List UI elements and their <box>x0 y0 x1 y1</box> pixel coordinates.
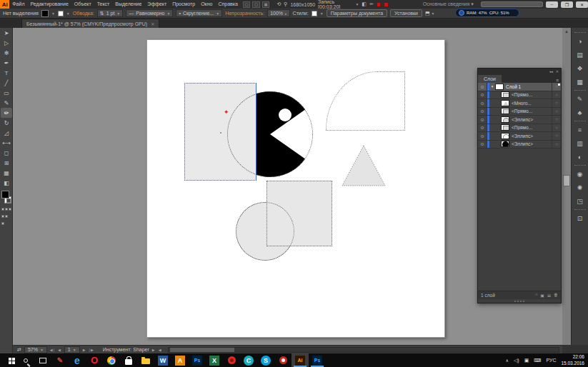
task-view-button[interactable] <box>34 353 51 367</box>
scroll-up-icon[interactable]: ▲ <box>562 28 571 35</box>
target-circle-icon[interactable]: ○ <box>552 141 561 149</box>
clock[interactable]: 22:06 15.03.2016 <box>561 354 584 366</box>
document-setup-button[interactable]: Параметры документа <box>327 9 387 17</box>
keyboard-icon[interactable]: ⌨ <box>534 358 541 363</box>
gradient-button[interactable] <box>5 208 8 211</box>
taskbar-app-photoshop[interactable]: Ps <box>189 353 206 367</box>
stock-button[interactable]: ▢ <box>252 1 260 8</box>
draw-behind-button[interactable] <box>5 215 8 218</box>
action-center-icon[interactable]: ▣ <box>524 358 529 363</box>
search-input[interactable] <box>481 1 543 7</box>
target-circle-icon[interactable]: ○ <box>552 116 561 124</box>
start-button[interactable] <box>0 353 17 367</box>
gradient-panel-icon[interactable]: ▥ <box>573 136 587 150</box>
taskbar-app-opera[interactable]: O <box>86 353 103 367</box>
document-tab[interactable]: Безымянный-1* @ 57% (CMYK/Предпросмотр G… <box>21 19 159 28</box>
recorder-zoom-icon[interactable]: ⚲ <box>284 1 287 7</box>
stroke-weight-stepper[interactable]: ⇅ 1 pt ▼ <box>97 9 124 17</box>
screen-mode-button[interactable] <box>1 222 4 225</box>
taskbar-app-edge[interactable]: e <box>69 353 86 367</box>
panel-resize-grip[interactable] <box>478 299 561 303</box>
layer-row[interactable]: ⊙ <Много... ○ <box>478 99 561 108</box>
bridge-button[interactable]: ▢ <box>243 1 251 8</box>
shape-builder-tool[interactable]: ⊞ <box>1 158 12 168</box>
taskbar-app-recorder[interactable] <box>223 353 240 367</box>
brushes-panel-icon[interactable]: ✎ <box>573 92 587 106</box>
layer-row[interactable]: ⊙ <Прямо... ○ <box>478 108 561 116</box>
arrange-documents-button[interactable]: ▦ <box>262 1 270 8</box>
layer-row[interactable]: ⊙ <Прямо... ○ <box>478 124 561 133</box>
visibility-eye-icon[interactable]: ⊙ <box>478 141 487 149</box>
layers-panel-icon[interactable]: ⊡ <box>573 211 587 225</box>
preferences-button[interactable]: Установки <box>390 9 422 17</box>
layer-name[interactable]: <Эллипс> <box>512 117 552 122</box>
menu-edit[interactable]: Редактирование <box>27 0 71 9</box>
taskbar-app-a[interactable]: A <box>171 353 189 367</box>
stroke-panel-icon[interactable]: ≡ <box>573 123 587 136</box>
selection-tool[interactable]: ➤ <box>1 28 12 38</box>
menu-help[interactable]: Справка <box>215 0 240 9</box>
scroll-left-icon[interactable]: ◀ <box>159 348 162 352</box>
brush-definition-select[interactable]: • Скругление... ▼ <box>176 9 222 17</box>
visibility-eye-icon[interactable]: ⊙ <box>478 108 487 116</box>
stepper-icon[interactable]: ⇅ <box>100 11 104 16</box>
style-swatch[interactable] <box>312 11 317 16</box>
previous-artboard-button[interactable]: ◀ <box>58 348 61 352</box>
styles-dropdown-icon[interactable]: ▼ <box>320 11 324 16</box>
horizontal-scrollbar-thumb[interactable] <box>170 348 234 352</box>
new-sublayer-icon[interactable]: ▣ <box>540 293 544 298</box>
layer-name[interactable]: Слой 1 <box>506 84 552 89</box>
visibility-eye-icon[interactable]: ⊙ <box>478 132 487 140</box>
direct-selection-tool[interactable]: ▷ <box>1 38 12 48</box>
taskbar-search-button[interactable] <box>17 353 34 367</box>
symbol-libraries-panel-icon[interactable]: ♣ <box>573 106 587 119</box>
visibility-eye-icon[interactable]: ⊙ <box>478 124 487 132</box>
rectangle-tool[interactable]: ▭ <box>1 88 12 98</box>
zoom-select[interactable]: 57% ▼ <box>24 346 47 353</box>
visibility-eye-icon[interactable]: ⊙ <box>478 83 487 91</box>
artboard-select[interactable]: 1 ▼ <box>64 346 80 353</box>
fill-dropdown-icon[interactable]: ▼ <box>51 11 55 16</box>
shaper-tool[interactable]: ✏ <box>1 108 12 118</box>
draw-normal-button[interactable] <box>1 215 4 218</box>
make-mask-icon[interactable]: ⌾ <box>535 293 538 298</box>
paintbrush-tool[interactable]: ✎ <box>1 98 12 108</box>
visibility-eye-icon[interactable]: ⊙ <box>478 91 487 99</box>
layer-row[interactable]: ⊙ <Эллипс> ○ <box>478 141 561 149</box>
options-extra-icon[interactable]: ⬒ ▼ <box>425 11 435 16</box>
stroke-dropdown-icon[interactable]: ▼ <box>66 11 70 16</box>
opacity-link[interactable]: Непрозрачность: <box>225 11 264 16</box>
menu-type[interactable]: Текст <box>94 0 113 9</box>
layer-name[interactable]: <Прямо... <box>512 125 552 130</box>
gradient-tool[interactable]: ◧ <box>1 178 12 188</box>
vertical-scrollbar[interactable]: ▲ <box>562 28 571 345</box>
recorder-dropdown-icon[interactable]: ▼ <box>356 2 359 6</box>
opacity-select[interactable]: 100% ▸ <box>267 9 289 17</box>
recorder-refresh-icon[interactable]: ⟲ <box>276 1 281 7</box>
recorder-camera-icon[interactable]: ◧ <box>362 1 367 7</box>
new-layer-icon[interactable]: ⊞ <box>547 293 551 298</box>
layer-name[interactable]: <Прямо... <box>512 109 552 114</box>
horizontal-scrollbar[interactable] <box>168 347 559 353</box>
stroke-link[interactable]: Обводка: <box>73 11 94 16</box>
target-circle-icon[interactable]: ○ <box>552 99 561 107</box>
tray-chevron-icon[interactable]: ∧ <box>506 358 509 363</box>
taskbar-app-paint[interactable]: ✎ <box>51 353 69 367</box>
color-guide-panel-icon[interactable]: ▤ <box>573 48 587 61</box>
expand-triangle-icon[interactable]: ▼ <box>489 84 495 89</box>
record-button[interactable] <box>377 2 381 7</box>
layer-row[interactable]: ⊙ <Эллипс> ○ <box>478 116 561 124</box>
layer-name[interactable]: <Прямо... <box>512 92 552 97</box>
workspace-switcher[interactable]: Основные сведения ▾ <box>423 1 474 7</box>
close-panel-icon[interactable]: ✕ <box>556 69 559 74</box>
taskbar-app-explorer[interactable] <box>137 353 154 367</box>
next-artboard-button[interactable]: ▶ <box>83 348 86 352</box>
stroke-swatch[interactable] <box>58 11 64 16</box>
tab-layers[interactable]: Слои <box>478 75 502 83</box>
target-circle-icon[interactable]: ○ <box>552 91 561 99</box>
fill-color-swatch[interactable] <box>1 191 9 198</box>
layer-name[interactable]: <Эллипс> <box>512 141 552 146</box>
taskbar-app-excel[interactable]: X <box>206 353 223 367</box>
taskbar-app-illustrator[interactable]: Ai <box>291 353 309 367</box>
volume-icon[interactable]: ◁) <box>514 358 519 363</box>
